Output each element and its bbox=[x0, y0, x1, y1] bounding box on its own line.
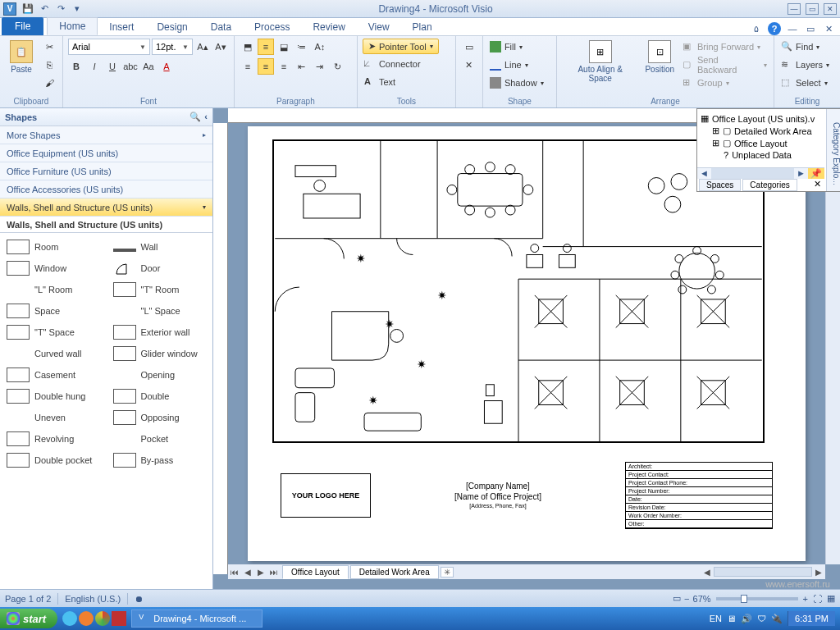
cut-button[interactable]: ✂ bbox=[41, 39, 57, 55]
tray-icon[interactable]: 🛡 bbox=[757, 614, 766, 623]
floorplan[interactable]: ✷ ✷ ✷ ✷ ✷ bbox=[272, 139, 765, 443]
stencil-row[interactable]: Office Furniture (US units) bbox=[0, 162, 212, 180]
shape-master-item[interactable]: Room bbox=[0, 236, 107, 258]
shape-master-item[interactable]: "L" Room bbox=[0, 279, 107, 300]
taskbar-item[interactable]: VDrawing4 - Microsoft ... bbox=[131, 609, 262, 628]
minimize-button[interactable]: — bbox=[788, 3, 801, 15]
shape-master-item[interactable]: Wall bbox=[107, 236, 213, 258]
shape-master-item[interactable]: Glider window bbox=[107, 343, 213, 364]
bring-forward-button[interactable]: ▣Bring Forward▾ bbox=[681, 39, 769, 55]
rotate-text-button[interactable]: ↻ bbox=[330, 58, 346, 75]
more-shapes-row[interactable]: More Shapes▸ bbox=[0, 126, 212, 144]
cat-side-label[interactable]: Category Explo... bbox=[826, 109, 840, 191]
ribbon-minimize-icon[interactable]: ۵ bbox=[750, 22, 763, 35]
underline-button[interactable]: U bbox=[104, 58, 121, 75]
start-button[interactable]: start bbox=[0, 609, 57, 628]
tray-icon[interactable]: 🖥 bbox=[727, 614, 736, 623]
canvas[interactable]: ✷ ✷ ✷ ✷ ✷ YOUR LOGO HERE [Company Name] bbox=[213, 108, 840, 589]
align-top-button[interactable]: ⬒ bbox=[240, 39, 256, 55]
zoom-slider[interactable] bbox=[716, 597, 798, 600]
pointer-tool-button[interactable]: ➤Pointer Tool▾ bbox=[363, 39, 439, 54]
app-icon[interactable] bbox=[112, 611, 126, 626]
switch-windows-icon[interactable]: ▦ bbox=[827, 593, 835, 604]
cat-close-icon[interactable]: ✕ bbox=[810, 179, 824, 191]
cat-tab-categories[interactable]: Categories bbox=[742, 179, 797, 191]
tab-insert[interactable]: Insert bbox=[98, 19, 145, 35]
mdimax-icon[interactable]: ▭ bbox=[804, 22, 817, 35]
app-icon[interactable]: V bbox=[3, 2, 16, 16]
title-block-field[interactable]: Project Contact: bbox=[626, 471, 772, 479]
qat-dropdown-icon[interactable]: ▾ bbox=[71, 2, 84, 16]
tab-view[interactable]: View bbox=[357, 19, 401, 35]
shape-master-item[interactable]: Exterior wall bbox=[107, 322, 213, 343]
page-last-icon[interactable]: ⏭ bbox=[267, 568, 281, 577]
close-button[interactable]: ✕ bbox=[824, 3, 837, 15]
tab-home[interactable]: Home bbox=[47, 17, 98, 35]
tab-data[interactable]: Data bbox=[199, 19, 243, 35]
indent-inc-button[interactable]: ⇥ bbox=[312, 58, 328, 75]
send-backward-button[interactable]: ▢Send Backward▾ bbox=[681, 57, 769, 73]
search-shapes-icon[interactable]: 🔍 bbox=[189, 112, 201, 122]
line-button[interactable]: Line▾ bbox=[488, 57, 530, 73]
title-block-field[interactable]: Architect: bbox=[626, 463, 772, 471]
tab-review[interactable]: Review bbox=[301, 19, 356, 35]
strike-button[interactable]: abc bbox=[122, 58, 139, 75]
cat-item[interactable]: ⊞▢Detailed Work Area bbox=[701, 125, 823, 137]
copy-button[interactable]: ⎘ bbox=[41, 57, 57, 73]
auto-align-button[interactable]: ⊞ Auto Align & Space bbox=[562, 39, 639, 84]
connector-tool-button[interactable]: ⟀Connector bbox=[363, 56, 422, 72]
shape-master-item[interactable]: Pocket bbox=[107, 428, 213, 450]
page-tab[interactable]: Detailed Work Area bbox=[350, 565, 439, 579]
page-prev-icon[interactable]: ◀ bbox=[241, 568, 254, 577]
cat-item[interactable]: ⊞▢Office Layout bbox=[701, 137, 823, 149]
tab-process[interactable]: Process bbox=[243, 19, 301, 35]
fit-page-icon[interactable]: ⛶ bbox=[813, 594, 822, 604]
tray-clock[interactable]: 6:31 PM bbox=[788, 611, 835, 626]
align-bottom-button[interactable]: ⬓ bbox=[276, 39, 292, 55]
shape-master-item[interactable]: "T" Room bbox=[107, 279, 213, 300]
format-painter-button[interactable]: 🖌 bbox=[41, 75, 57, 91]
stencil-row[interactable]: Office Equipment (US units) bbox=[0, 144, 212, 162]
shape-master-item[interactable]: Window bbox=[0, 258, 107, 279]
zoom-value[interactable]: 67% bbox=[693, 594, 711, 604]
shape-master-item[interactable]: Door bbox=[107, 258, 213, 279]
title-block-field[interactable]: Revision Date: bbox=[626, 504, 772, 512]
bullets-button[interactable]: ≔ bbox=[294, 39, 310, 55]
align-middle-button[interactable]: ≡ bbox=[258, 39, 274, 55]
layers-button[interactable]: ≋Layers▾ bbox=[779, 57, 831, 73]
align-right-button[interactable]: ≡ bbox=[276, 58, 292, 75]
redo-icon[interactable]: ↷ bbox=[54, 2, 67, 16]
shape-master-item[interactable]: Opposing bbox=[107, 407, 213, 428]
shadow-button[interactable]: Shadow▾ bbox=[488, 75, 546, 91]
shape-master-item[interactable]: "T" Space bbox=[0, 322, 107, 343]
shape-master-item[interactable]: Revolving bbox=[0, 428, 107, 450]
select-button[interactable]: ⬚Select▾ bbox=[779, 75, 829, 91]
find-button[interactable]: 🔍Find▾ bbox=[779, 39, 821, 55]
title-block-center[interactable]: [Company Name] [Name of Office Project] … bbox=[387, 481, 609, 509]
shape-master-item[interactable]: Curved wall bbox=[0, 343, 107, 364]
rectangle-tool-button[interactable]: ▭ bbox=[461, 39, 477, 55]
maximize-button[interactable]: ▭ bbox=[806, 3, 819, 15]
italic-button[interactable]: I bbox=[86, 58, 103, 75]
title-block-table[interactable]: Architect:Project Contact:Project Contac… bbox=[625, 462, 773, 529]
status-page[interactable]: Page 1 of 2 bbox=[5, 594, 51, 604]
status-language[interactable]: English (U.S.) bbox=[65, 594, 121, 604]
indent-dec-button[interactable]: ⇤ bbox=[294, 58, 310, 75]
stencil-row[interactable]: Office Accessories (US units) bbox=[0, 180, 212, 199]
cat-root[interactable]: ▦Office Layout (US units).v bbox=[701, 112, 823, 125]
save-icon[interactable]: 💾 bbox=[21, 2, 34, 16]
page-next-icon[interactable]: ▶ bbox=[254, 568, 267, 577]
font-family-combo[interactable]: Arial▼ bbox=[68, 39, 150, 55]
mdiclose-icon[interactable]: ✕ bbox=[822, 22, 835, 35]
mdimin-icon[interactable]: — bbox=[786, 22, 799, 35]
bold-button[interactable]: B bbox=[68, 58, 84, 75]
chevron-left-icon[interactable]: ‹ bbox=[204, 112, 208, 122]
font-color-button[interactable]: A bbox=[158, 58, 175, 75]
case-button[interactable]: Aa bbox=[140, 58, 157, 75]
page-tab[interactable]: Office Layout bbox=[282, 565, 349, 579]
tray-language[interactable]: EN bbox=[710, 614, 722, 623]
page-add-icon[interactable]: ✳ bbox=[441, 567, 454, 578]
title-block-field[interactable]: Work Order Number: bbox=[626, 512, 772, 520]
pin-icon[interactable]: 📌 bbox=[808, 168, 824, 179]
shape-master-item[interactable]: Casement bbox=[0, 364, 107, 386]
